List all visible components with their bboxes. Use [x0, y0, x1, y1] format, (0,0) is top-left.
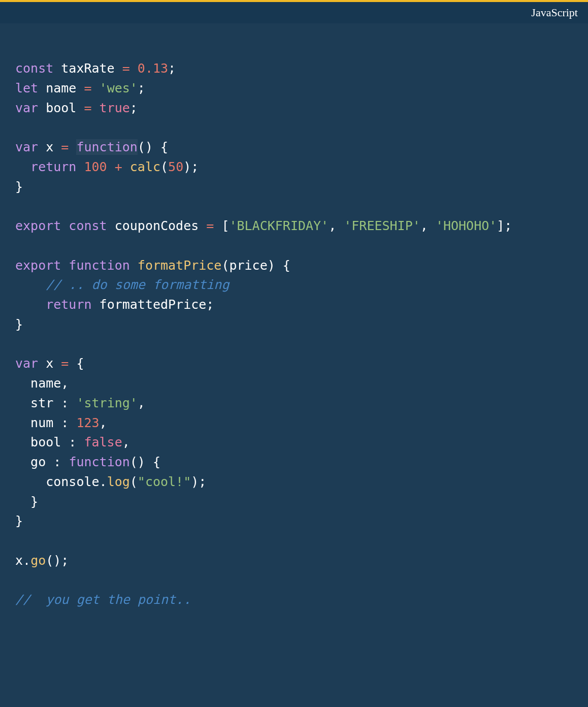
code-token: , [329, 218, 344, 233]
code-token: : [69, 435, 84, 449]
code-line [15, 335, 573, 355]
code-line: console.log("cool!"); [15, 472, 573, 492]
code-token: 'wes' [100, 81, 138, 95]
language-label: JavaScript [531, 6, 578, 19]
code-token: true [100, 101, 130, 115]
code-line: const taxRate = 0.13; [15, 59, 573, 79]
code-snippet-frame: JavaScript const taxRate = 0.13;let name… [0, 0, 588, 707]
topbar: JavaScript [0, 2, 588, 23]
code-token: } [15, 179, 23, 194]
code-token [15, 297, 46, 312]
code-line [15, 118, 573, 138]
code-token: taxRate [61, 61, 122, 76]
code-line [15, 236, 573, 256]
code-token [15, 277, 46, 292]
code-token: bool [15, 435, 69, 449]
code-token: 100 [84, 159, 114, 174]
code-token: 'HOHOHO' [436, 218, 497, 233]
code-line: export function formatPrice(price) { [15, 256, 573, 276]
code-line: } [15, 492, 573, 512]
code-token: export [15, 258, 69, 273]
code-line: var x = function() { [15, 138, 573, 157]
code-token: 123 [76, 415, 99, 430]
code-token: (price) { [221, 258, 290, 273]
code-token: , [138, 396, 145, 410]
code-token: : [61, 415, 76, 430]
code-line: export const couponCodes = ['BLACKFRIDAY… [15, 216, 573, 236]
code-token: : [61, 396, 76, 410]
code-token: calc [130, 159, 160, 174]
code-token: function [69, 258, 137, 273]
code-line: // .. do some formatting [15, 275, 573, 295]
code-token: let [15, 81, 46, 95]
code-token: return [30, 159, 84, 174]
code-token: 'BLACKFRIDAY' [229, 218, 329, 233]
code-token: log [107, 474, 130, 489]
code-line: return formattedPrice; [15, 295, 573, 315]
code-token: ( [160, 159, 168, 174]
code-token: 0.13 [138, 61, 168, 76]
code-token: + [115, 159, 130, 174]
code-token: couponCodes [115, 218, 207, 233]
code-token: x [46, 356, 61, 371]
code-token: var [15, 101, 46, 115]
code-token: } [15, 494, 38, 509]
code-token: = [206, 218, 221, 233]
code-token: return [46, 297, 99, 312]
code-token: function [76, 139, 137, 155]
code-token: num [15, 415, 61, 430]
code-line: bool : false, [15, 433, 573, 453]
code-token: ]; [497, 218, 512, 233]
code-token: var [15, 140, 46, 154]
code-token: () { [130, 455, 160, 469]
code-line: num : 123, [15, 413, 573, 433]
code-token: x [46, 140, 61, 154]
code-token [15, 159, 30, 174]
code-line: return 100 + calc(50); [15, 157, 573, 177]
code-token: = [84, 101, 99, 115]
code-token: = [61, 140, 76, 154]
code-token: . [23, 553, 30, 568]
code-token: // .. do some formatting [46, 277, 229, 292]
code-token: = [122, 61, 138, 76]
code-token: ); [191, 474, 206, 489]
code-token: 50 [168, 159, 183, 174]
code-line: var x = { [15, 354, 573, 374]
code-token: , [122, 435, 130, 449]
code-token: false [84, 435, 122, 449]
code-token: 'string' [76, 396, 137, 410]
code-token: = [61, 356, 76, 371]
code-token: ; [138, 81, 145, 95]
code-line: } [15, 177, 573, 197]
code-token: function [69, 455, 129, 469]
code-area: const taxRate = 0.13;let name = 'wes';va… [0, 23, 588, 707]
code-token: "cool!" [138, 474, 191, 489]
code-line: x.go(); [15, 551, 573, 571]
code-token: const [69, 218, 114, 233]
code-token: ); [183, 159, 199, 174]
code-token: // you get the point.. [15, 592, 191, 607]
code-line [15, 197, 573, 216]
code-line: name, [15, 374, 573, 394]
code-line: go : function() { [15, 453, 573, 472]
code-token: [ [221, 218, 229, 233]
code-token: } [15, 513, 23, 528]
code-token: console [15, 474, 100, 489]
code-token: go [15, 455, 53, 469]
code-token: { [76, 356, 84, 371]
code-line: str : 'string', [15, 394, 573, 413]
code-token: export [15, 218, 69, 233]
code-token: name [46, 81, 84, 95]
code-token: const [15, 61, 61, 76]
code-token: = [84, 81, 99, 95]
code-line: var bool = true; [15, 99, 573, 118]
code-token: , [420, 218, 436, 233]
code-token: ( [130, 474, 138, 489]
code-line [15, 571, 573, 591]
code-token: } [15, 317, 23, 332]
code-token: formatPrice [138, 258, 222, 273]
code-token: () { [138, 140, 168, 154]
code-token: go [30, 553, 46, 568]
code-token: . [100, 474, 107, 489]
code-token: formattedPrice; [100, 297, 214, 312]
